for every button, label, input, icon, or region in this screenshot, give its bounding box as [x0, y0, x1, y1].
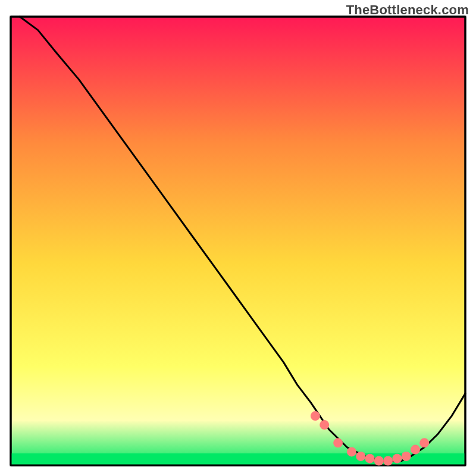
plot-background	[11, 17, 465, 465]
chart-frame: TheBottleneck.com	[0, 0, 476, 476]
marker-point	[383, 456, 393, 466]
marker-point	[411, 445, 420, 455]
marker-point	[356, 452, 365, 461]
marker-point	[419, 438, 429, 447]
marker-point	[365, 454, 375, 464]
marker-point	[333, 438, 343, 447]
watermark-text: TheBottleneck.com	[346, 2, 469, 18]
marker-point	[347, 447, 356, 456]
marker-point	[311, 411, 320, 421]
marker-point	[320, 420, 329, 430]
marker-point	[374, 456, 384, 466]
bottleneck-chart	[0, 0, 476, 476]
marker-point	[402, 452, 411, 461]
plot-area	[11, 17, 465, 465]
marker-point	[392, 454, 402, 464]
